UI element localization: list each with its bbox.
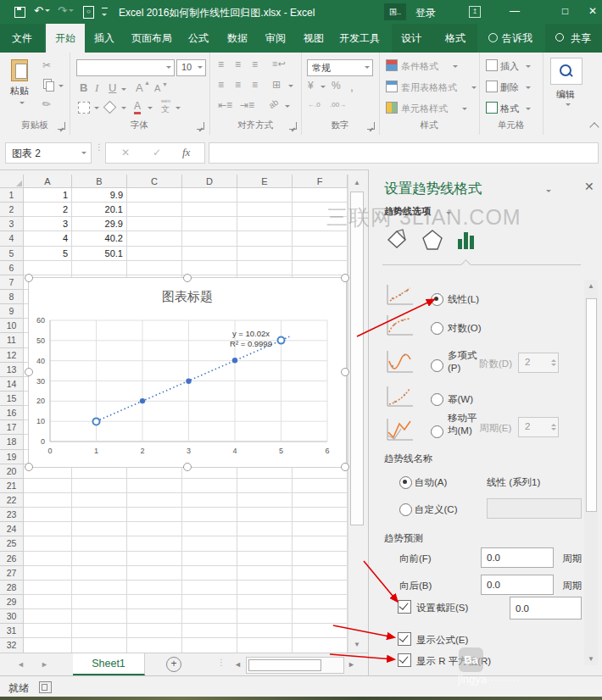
clipboard-dialog-launcher-icon[interactable] (58, 122, 65, 130)
format-painter-icon[interactable]: ✎ (40, 97, 54, 111)
set-intercept-label[interactable]: 设置截距(S) (416, 602, 468, 614)
cell-D25[interactable] (182, 536, 237, 551)
cell-A32[interactable] (24, 638, 72, 653)
set-intercept-checkbox[interactable] (398, 600, 411, 614)
ribbon-display-options-icon[interactable]: ↥ (469, 6, 481, 18)
row-header-30[interactable]: 30 (0, 609, 24, 624)
align-right-icon[interactable]: ≡ (252, 79, 258, 91)
cell-A3[interactable]: 3 (24, 217, 72, 231)
radio-logarithmic-label[interactable]: 对数(O) (448, 322, 482, 335)
cell-A23[interactable] (24, 508, 72, 522)
cell-E3[interactable] (237, 217, 293, 231)
cell-C24[interactable] (127, 522, 182, 536)
tab-insert[interactable]: 插入 (88, 24, 120, 53)
italic-button[interactable]: I (95, 81, 98, 95)
cell-E6[interactable] (237, 261, 293, 275)
cell-F31[interactable] (293, 624, 348, 638)
y-tick-label[interactable]: 20 (36, 397, 45, 405)
radio-logarithmic[interactable] (431, 322, 443, 335)
prev-sheet-icon[interactable]: ◄ (17, 660, 25, 669)
tab-page-layout[interactable]: 页面布局 (125, 24, 178, 53)
chart-title[interactable]: 图表标题 (162, 289, 213, 303)
cell-F26[interactable] (293, 552, 348, 566)
cell-B2[interactable]: 20.1 (72, 203, 127, 217)
cell-F22[interactable] (293, 493, 348, 508)
paste-button[interactable]: 粘贴 (5, 58, 34, 119)
font-dialog-launcher-icon[interactable] (197, 122, 204, 130)
cell-D22[interactable] (182, 493, 237, 508)
cell-E25[interactable] (237, 536, 293, 551)
x-tick-label[interactable]: 5 (279, 447, 283, 455)
cell-B5[interactable]: 50.1 (72, 247, 127, 261)
pane-scroll-down-icon[interactable]: ▼ (584, 655, 598, 663)
cell-E26[interactable] (237, 552, 293, 566)
chart-handle-sw[interactable] (25, 463, 33, 471)
chart-handle-se[interactable] (341, 463, 349, 471)
tab-formulas[interactable]: 公式 (181, 24, 215, 53)
spin-down-icon[interactable] (551, 364, 556, 369)
radio-polynomial-label[interactable]: 多项式(P) (448, 349, 482, 375)
horizontal-scrollbar[interactable] (246, 657, 344, 674)
cell-B26[interactable] (72, 552, 127, 566)
fill-line-icon[interactable] (386, 229, 408, 251)
cell-E5[interactable] (237, 247, 293, 261)
display-r-squared-checkbox[interactable] (398, 653, 411, 667)
cell-C28[interactable] (127, 581, 182, 595)
x-tick-label[interactable]: 3 (187, 447, 191, 455)
minimize-icon[interactable]: — (510, 5, 520, 17)
hscroll-thumb[interactable] (248, 659, 321, 671)
cell-E28[interactable] (237, 581, 293, 595)
select-all-corner[interactable] (0, 175, 24, 188)
cell-B25[interactable] (72, 536, 127, 551)
cell-E4[interactable] (237, 231, 293, 246)
cell-C27[interactable] (127, 566, 182, 581)
trendline[interactable] (97, 336, 290, 421)
trendline-r-squared[interactable]: R² = 0.9999 (230, 339, 272, 348)
spin-up-icon[interactable] (551, 357, 556, 362)
hscroll-right-icon[interactable]: ► (348, 660, 355, 669)
name-box[interactable]: 图表 2 (5, 142, 92, 164)
cell-D32[interactable] (182, 638, 237, 653)
row-header-29[interactable]: 29 (0, 595, 24, 609)
row-header-6[interactable]: 6 (0, 261, 24, 275)
row-header-27[interactable]: 27 (0, 566, 24, 581)
cell-B24[interactable] (72, 522, 127, 536)
font-name-combo[interactable] (76, 59, 175, 76)
cell-A31[interactable] (24, 624, 72, 638)
formula-input[interactable] (209, 142, 599, 164)
effects-icon[interactable] (421, 229, 443, 251)
save-icon[interactable] (14, 7, 25, 18)
data-point-marker[interactable] (140, 398, 145, 403)
chart-handle-ne[interactable] (341, 274, 349, 282)
cell-C30[interactable] (127, 609, 182, 624)
align-left-icon[interactable]: ≡ (218, 79, 224, 91)
increase-decimal-icon[interactable]: ←.0 (308, 101, 321, 108)
cell-C29[interactable] (127, 595, 182, 609)
cell-D21[interactable] (182, 479, 237, 493)
cell-D5[interactable] (182, 247, 237, 261)
y-tick-label[interactable]: 10 (36, 417, 45, 425)
align-top-icon[interactable]: ≡ (218, 58, 224, 70)
tabbar-splitter[interactable]: ⋮ (217, 658, 226, 667)
data-point-marker[interactable] (232, 358, 237, 363)
display-equation-checkbox[interactable] (398, 632, 411, 646)
scroll-up-icon[interactable]: ▲ (348, 179, 365, 186)
cell-E27[interactable] (237, 566, 293, 581)
radio-auto-name[interactable] (399, 476, 412, 489)
x-tick-label[interactable]: 1 (94, 447, 98, 455)
cell-B4[interactable]: 40.2 (72, 231, 127, 246)
cell-B22[interactable] (72, 493, 127, 508)
cell-A22[interactable] (24, 493, 72, 508)
grid-vertical-scrollbar[interactable]: ▲ ▼ (348, 175, 365, 653)
cell-F4[interactable] (293, 231, 348, 246)
row-header-12[interactable]: 12 (0, 348, 24, 363)
row-header-18[interactable]: 18 (0, 435, 24, 449)
cell-E24[interactable] (237, 522, 293, 536)
row-header-24[interactable]: 24 (0, 522, 24, 536)
decrease-indent-icon[interactable]: ⇤≡ (218, 99, 232, 111)
cell-A4[interactable]: 4 (24, 231, 72, 246)
trendline-equation[interactable]: y = 10.02x (232, 329, 270, 338)
column-header-C[interactable]: C (127, 175, 182, 188)
cell-A26[interactable] (24, 552, 72, 566)
radio-custom-name[interactable] (399, 503, 412, 516)
